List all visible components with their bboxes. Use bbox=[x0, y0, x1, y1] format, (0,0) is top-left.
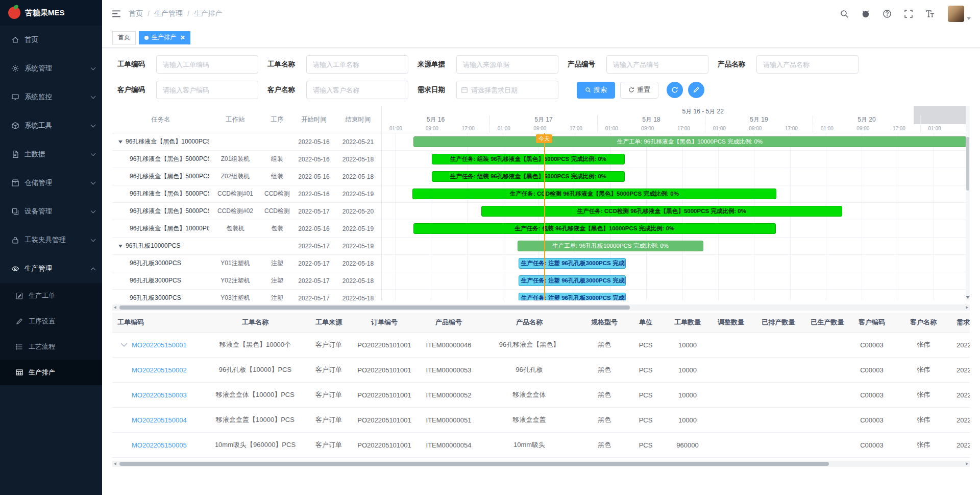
gantt-bar-task-selected[interactable]: 生产任务: 注塑 96孔孔板3000PCS 完成比例: 0% bbox=[519, 293, 626, 300]
gantt-bar-task[interactable]: 生产任务: CCD检测 96孔移液盒【黑色】5000PCS 完成比例: 0% bbox=[412, 188, 776, 199]
gantt-row[interactable]: 96孔孔板3000PCS Y02注塑机 注塑 2022-05-17 2022-0… bbox=[112, 272, 381, 290]
scroll-right-arrow[interactable] bbox=[966, 306, 968, 309]
gantt-row[interactable]: 96孔孔板3000PCS Y01注塑机 注塑 2022-05-17 2022-0… bbox=[112, 255, 381, 272]
avatar[interactable] bbox=[948, 6, 964, 22]
order-code-link[interactable]: MO202205150004 bbox=[132, 416, 187, 424]
customer-code-cell: C00003 bbox=[851, 416, 892, 424]
sidebar-item-production-scheduling[interactable]: 生产排产 bbox=[0, 360, 102, 385]
fullscreen-icon[interactable] bbox=[904, 9, 913, 18]
order-code-link[interactable]: MO202205150001 bbox=[132, 341, 187, 349]
table-horizontal-scrollbar[interactable] bbox=[112, 461, 970, 467]
gantt-bar-task[interactable]: 生产任务: 包装 96孔移液盒【黑色】10000PCS 完成比例: 0% bbox=[413, 223, 776, 234]
reset-button[interactable]: 重置 bbox=[620, 82, 658, 99]
gantt-bar-task[interactable]: 生产任务: 组装 96孔移液盒【黑色】5000PCS 完成比例: 0% bbox=[432, 154, 625, 164]
sidebar-item-master-data[interactable]: 主数据 bbox=[0, 140, 102, 169]
sidebar-item-system-mgmt[interactable]: 系统管理 bbox=[0, 54, 102, 83]
github-icon[interactable] bbox=[861, 9, 870, 18]
work-order-name-cell: 96孔孔板【10000】PCS bbox=[199, 365, 311, 374]
gantt-bar-task-selected[interactable]: 生产任务: 注塑 96孔孔板3000PCS 完成比例: 0% bbox=[519, 258, 626, 269]
sidebar-item-home[interactable]: 首页 bbox=[0, 26, 102, 54]
customer-code-cell: C00003 bbox=[851, 341, 892, 349]
breadcrumb-production-mgmt[interactable]: 生产管理 bbox=[154, 9, 183, 18]
tab-production-scheduling[interactable]: 生产排产 bbox=[139, 31, 190, 44]
sidebar-item-system-tools[interactable]: 系统工具 bbox=[0, 111, 102, 140]
hour-label: 09:00 bbox=[641, 126, 654, 131]
order-code-link[interactable]: MO202205150002 bbox=[132, 366, 187, 374]
source-doc-input[interactable] bbox=[456, 55, 558, 74]
sidebar-item-equipment-mgmt[interactable]: 设备管理 bbox=[0, 197, 102, 226]
gantt-row[interactable]: 96孔移液盒【黑色】5000PCS Z02组装机 组装 2022-05-16 2… bbox=[112, 168, 381, 185]
expand-row-icon[interactable] bbox=[120, 343, 128, 347]
work-order-name-input[interactable] bbox=[306, 55, 408, 74]
app-logo[interactable]: 苦糖果MES bbox=[0, 0, 102, 26]
search-icon[interactable] bbox=[840, 9, 849, 18]
customer-code-input[interactable] bbox=[156, 81, 258, 99]
gantt-horizontal-scrollbar[interactable] bbox=[112, 304, 970, 311]
gantt-bar-task[interactable]: 生产任务: 组装 96孔移液盒【黑色】5000PCS 完成比例: 0% bbox=[432, 171, 625, 182]
gantt-row[interactable]: 96孔移液盒【黑色】10000PCS 2022-05-16 2022-05-21 bbox=[112, 133, 381, 151]
sidebar-item-fixture-mgmt[interactable]: 工装夹具管理 bbox=[0, 226, 102, 254]
tab-home[interactable]: 首页 bbox=[112, 31, 136, 44]
customer-name-cell: 张伟 bbox=[892, 440, 954, 450]
gantt-grid-body: 96孔移液盒【黑色】10000PCS 2022-05-16 2022-05-21… bbox=[112, 133, 381, 300]
font-size-icon[interactable] bbox=[925, 9, 935, 18]
qty-cell: 10000 bbox=[667, 391, 708, 399]
refresh-gantt-button[interactable] bbox=[667, 82, 683, 98]
order-row[interactable]: MO202205150004 移液盒盒盖【10000】PCS 客户订单 PO20… bbox=[112, 408, 970, 433]
sidebar-item-production-order[interactable]: 生产工单 bbox=[0, 283, 102, 309]
sidebar-toggle-icon[interactable] bbox=[111, 9, 121, 19]
scroll-left-arrow[interactable] bbox=[114, 462, 116, 465]
customer-name-input[interactable] bbox=[306, 81, 408, 99]
help-icon[interactable] bbox=[883, 9, 892, 18]
order-row[interactable]: MO202205150002 96孔孔板【10000】PCS 客户订单 PO20… bbox=[112, 358, 970, 383]
edit-schedule-button[interactable] bbox=[688, 82, 704, 98]
product-name-input[interactable] bbox=[756, 55, 859, 74]
breadcrumb-current: 生产排产 bbox=[194, 9, 223, 18]
sidebar-item-warehouse-mgmt[interactable]: 仓储管理 bbox=[0, 169, 102, 197]
demand-date-input[interactable] bbox=[471, 86, 554, 94]
close-tab-icon[interactable] bbox=[180, 35, 185, 40]
order-code-link[interactable]: MO202205150003 bbox=[132, 391, 187, 399]
collapse-icon[interactable] bbox=[118, 140, 122, 144]
sidebar-item-system-monitor[interactable]: 系统监控 bbox=[0, 83, 102, 111]
sidebar-item-production-mgmt[interactable]: 生产管理 bbox=[0, 254, 102, 283]
col-produced-qty: 已生产数量 bbox=[803, 318, 851, 327]
order-row[interactable]: MO202205150001 移液盒【黑色】10000个 客户订单 PO2022… bbox=[112, 333, 970, 358]
source-cell: 客户订单 bbox=[311, 340, 346, 349]
scrollbar-thumb[interactable] bbox=[119, 305, 630, 310]
collapse-icon[interactable] bbox=[118, 245, 122, 248]
gantt-row[interactable]: 96孔移液盒【黑色】5000PCS CCD检测#01 CCD检测 2022-05… bbox=[112, 185, 381, 203]
product-code-input[interactable] bbox=[606, 55, 708, 74]
gantt-bar-work-order[interactable]: 生产工单: 96孔孔板10000PCS 完成比例: 0% bbox=[518, 241, 703, 251]
sidebar-item-process-flow[interactable]: 工艺流程 bbox=[0, 334, 102, 360]
gantt-row[interactable]: 96孔移液盒【黑色】5000PCS Z01组装机 组装 2022-05-16 2… bbox=[112, 151, 381, 168]
gantt-bar-task[interactable]: 生产任务: CCD检测 96孔移液盒【黑色】5000PCS 完成比例: 0% bbox=[481, 206, 842, 217]
scroll-down-arrow[interactable] bbox=[966, 296, 970, 299]
gantt-vertical-scrollbar[interactable] bbox=[966, 106, 970, 300]
search-button[interactable]: 搜索 bbox=[577, 82, 615, 99]
start-time-cell: 2022-05-17 bbox=[293, 295, 335, 301]
order-code-link[interactable]: MO202205150005 bbox=[132, 441, 187, 449]
sidebar-item-process-settings[interactable]: 工序设置 bbox=[0, 309, 102, 334]
work-order-code-input[interactable] bbox=[156, 55, 258, 74]
order-row[interactable]: MO202205150003 移液盒盒体【10000】PCS 客户订单 PO20… bbox=[112, 383, 970, 408]
hour-label: 17:00 bbox=[677, 126, 690, 131]
gantt-bar-task-selected[interactable]: 生产任务: 注塑 96孔孔板3000PCS 完成比例: 0% bbox=[519, 275, 626, 286]
scroll-left-arrow[interactable] bbox=[114, 306, 116, 309]
gantt-row[interactable]: 96孔移液盒【黑色】10000PCS 包装机 包装 2022-05-16 202… bbox=[112, 220, 381, 238]
order-row[interactable]: MO202205150005 10mm吸头【960000】PCS 客户订单 PO… bbox=[112, 433, 970, 458]
demand-date-picker[interactable] bbox=[456, 81, 558, 99]
end-time-cell: 2022-05-18 bbox=[335, 173, 381, 180]
breadcrumb-home[interactable]: 首页 bbox=[129, 9, 143, 18]
unit-cell: PCS bbox=[625, 441, 667, 449]
scrollbar-thumb[interactable] bbox=[966, 137, 969, 191]
gantt-row[interactable]: 96孔移液盒【黑色】5000PCS CCD检测#02 CCD检测 2022-05… bbox=[112, 203, 381, 220]
demand-date-cell: 2022 bbox=[954, 441, 970, 449]
gantt-row[interactable]: 96孔孔板10000PCS 2022-05-17 2022-05-19 bbox=[112, 238, 381, 255]
scrollbar-thumb[interactable] bbox=[119, 462, 829, 466]
user-menu[interactable] bbox=[948, 6, 971, 22]
scroll-right-arrow[interactable] bbox=[966, 462, 968, 465]
start-time-cell: 2022-05-16 bbox=[293, 191, 335, 198]
gantt-row[interactable]: 96孔孔板3000PCS Y03注塑机 注塑 2022-05-17 2022-0… bbox=[112, 290, 381, 300]
gantt-bar-work-order[interactable]: 生产工单: 96孔移液盒【黑色】10000PCS 完成比例: 0% bbox=[413, 136, 966, 147]
